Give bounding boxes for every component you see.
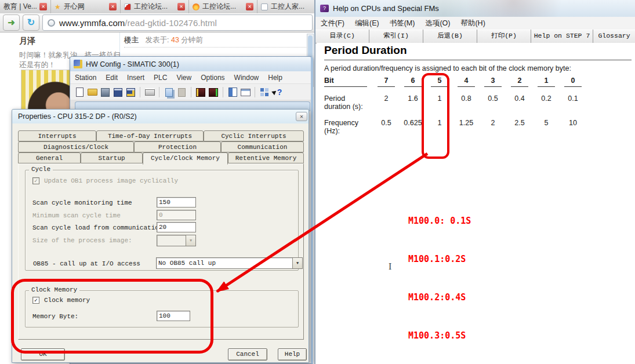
cancel-button[interactable]: Cancel — [228, 348, 267, 361]
tab-communication[interactable]: Communication — [221, 141, 304, 152]
menu-insert[interactable]: Insert — [122, 74, 149, 82]
help-on-step7-button[interactable]: Help on STEP 7 — [531, 30, 593, 43]
bit-col: 0 — [564, 77, 582, 87]
tab-general[interactable]: General — [18, 152, 81, 163]
forward-arrow-icon: ➜ — [8, 17, 15, 27]
menu-edit[interactable]: 编辑(E) — [350, 19, 384, 28]
topic-intro: A period duration/frequency is assigned … — [324, 64, 571, 72]
glossary-button[interactable]: Glossary — [593, 30, 635, 43]
cell: 0.1 — [560, 87, 586, 111]
context-help-button[interactable]: ? — [272, 87, 282, 97]
tab-time-of-day-interrupts[interactable]: Time-of-Day Interrupts — [96, 130, 204, 141]
menu-help[interactable]: 帮助(H) — [455, 19, 490, 28]
cell: 5 — [533, 111, 560, 135]
toolbar-separator — [223, 87, 223, 97]
bit-col: 7 — [378, 77, 395, 87]
save-compile-button[interactable] — [125, 87, 136, 97]
browser-tab[interactable]: 教育 | Ve... ✕ — [0, 0, 51, 13]
tab-row-1: Interrupts Time-of-Day Interrupts Cyclic… — [18, 130, 304, 141]
new-station-button[interactable] — [74, 87, 85, 97]
tab-close-icon[interactable]: ✕ — [109, 3, 117, 10]
tab-retentive-memory[interactable]: Retentive Memory — [228, 152, 304, 163]
browser-tab[interactable]: 工控人家... — [257, 0, 317, 13]
m100-line: M100.3:0.5S — [408, 329, 471, 342]
print-button[interactable] — [144, 87, 155, 97]
chevron-down-icon[interactable]: ▼ — [292, 258, 302, 268]
catalog-icon — [228, 88, 237, 97]
browser-tab[interactable]: 工控论坛... ✕ — [189, 0, 257, 13]
configure-network-button[interactable] — [259, 87, 270, 97]
menu-window[interactable]: Window — [230, 74, 264, 82]
forum-username[interactable]: 月泽 — [19, 36, 35, 46]
cell: 10 — [560, 111, 586, 135]
scan-cycle-load-input[interactable]: 20 — [157, 222, 196, 232]
tab-close-icon[interactable]: ✕ — [246, 3, 253, 10]
clock-memory-label: Clock memory — [44, 297, 90, 304]
menu-station[interactable]: Station — [70, 74, 101, 82]
open-station-button[interactable] — [87, 87, 97, 97]
ok-button[interactable]: OK — [21, 348, 65, 361]
browser-nav-bar: ➜ ↻ www.ymmfa.com/read-gktid-102476.html — [0, 13, 317, 32]
dialog-close-button[interactable]: ✕ — [296, 112, 307, 121]
clock-memory-checkbox[interactable]: ✓ — [32, 297, 39, 304]
save-station-button[interactable] — [100, 87, 110, 97]
help-button[interactable]: Help — [278, 348, 307, 361]
tab-startup[interactable]: Startup — [81, 152, 143, 163]
tab-diagnostics-clock[interactable]: Diagnostics/Clock — [18, 141, 134, 152]
menu-file[interactable]: 文件(F) — [315, 19, 350, 28]
memory-byte-input[interactable]: 100 — [157, 311, 190, 321]
copy-button[interactable] — [164, 87, 174, 97]
dialog-title-bar[interactable]: Properties - CPU 315-2 DP - (R0/S2) — [12, 110, 309, 123]
clock-memory-row: ✓ Clock memory — [32, 297, 90, 304]
cell: 2.5 — [506, 111, 533, 135]
address-bar[interactable]: www.ymmfa.com/read-gktid-102476.html — [42, 14, 313, 31]
menu-options[interactable]: Options — [196, 74, 229, 82]
browser-tab[interactable]: ★ 开心网 ✕ — [51, 0, 121, 13]
hwconfig-title-bar[interactable]: HW Config - SIMATIC 300(1) — [70, 57, 311, 71]
tab-interrupts[interactable]: Interrupts — [18, 130, 96, 141]
update-ob1-checkbox[interactable]: ✓ — [32, 177, 39, 184]
hwconfig-app-icon — [74, 60, 82, 68]
window-icon — [241, 89, 251, 96]
forward-button[interactable]: ➜ — [3, 14, 20, 31]
paste-button[interactable] — [176, 87, 187, 97]
help-book-icon: ? — [320, 5, 329, 12]
cell: 1.25 — [453, 111, 480, 135]
process-image-size-dropdown: ▼ — [157, 235, 196, 246]
browser-tab[interactable]: 工控论坛... ✕ — [121, 0, 189, 13]
download-to-plc-button[interactable] — [195, 87, 206, 97]
contents-button[interactable]: 目录(C) — [315, 30, 369, 43]
ob85-dropdown[interactable]: No OB85 call up ▼ — [156, 257, 303, 269]
dropdown-value — [157, 235, 186, 246]
menu-edit[interactable]: Edit — [101, 74, 122, 82]
print-button[interactable]: 打印(P) — [477, 30, 531, 43]
star-favicon-icon: ★ — [55, 3, 61, 10]
menu-bookmark[interactable]: 书签(M) — [384, 19, 420, 28]
tab-close-icon[interactable]: ✕ — [39, 3, 47, 10]
menu-options[interactable]: 选项(O) — [420, 19, 455, 28]
m100-line: M100.0: 0.1S — [408, 214, 471, 227]
refresh-button[interactable]: ↻ — [23, 14, 39, 31]
catalog-button[interactable] — [227, 87, 238, 97]
floppy-disk-icon — [114, 88, 122, 97]
help-title-bar[interactable]: ? Help on CPUs and Special FMs — [315, 0, 635, 17]
download-icon — [196, 88, 205, 97]
tab-close-icon[interactable]: ✕ — [177, 3, 185, 10]
tab-label: 工控论坛... — [134, 2, 168, 12]
menu-view[interactable]: View — [172, 74, 196, 82]
menu-help[interactable]: Help — [263, 74, 287, 82]
scan-cycle-monitoring-input[interactable]: 150 — [157, 197, 196, 208]
back-button[interactable]: 后退(B) — [423, 30, 477, 43]
index-button[interactable]: 索引(I) — [369, 30, 423, 43]
address-overview-button[interactable] — [240, 87, 251, 97]
question-mark-icon: ? — [277, 88, 282, 97]
save-button[interactable] — [113, 87, 123, 97]
period-duration-row: Period duration (s): 2 1.6 1 0.8 0.5 0.4… — [324, 87, 586, 111]
tab-cyclic-interrupts[interactable]: Cyclic Interrupts — [204, 130, 304, 141]
tab-cycle-clock-memory[interactable]: Cycle/Clock Memory — [143, 152, 228, 165]
tab-protection[interactable]: Protection — [134, 141, 221, 152]
menu-plc[interactable]: PLC — [149, 74, 172, 82]
help-title: Help on CPUs and Special FMs — [333, 4, 439, 13]
upload-from-plc-button[interactable] — [208, 87, 219, 97]
post-time-label: 发表于: — [145, 36, 169, 44]
